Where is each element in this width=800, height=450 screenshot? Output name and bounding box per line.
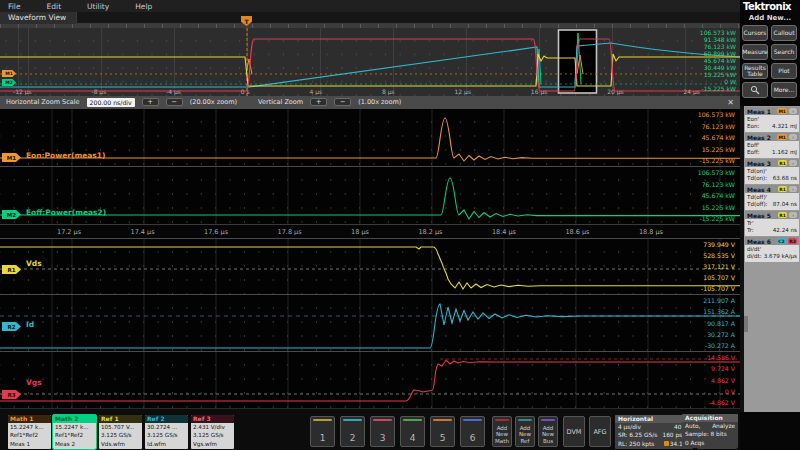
ref3-header: Ref 3 xyxy=(191,415,234,423)
hzoom-plus-button[interactable]: + xyxy=(142,98,159,106)
add-new-bus-button[interactable]: Add New Bus xyxy=(538,416,558,447)
id-zoom-trace xyxy=(0,304,740,348)
meas-value: 63.68 ns xyxy=(773,175,797,182)
math2-meas: Meas 2 xyxy=(53,440,96,448)
meas-card-2[interactable]: Meas 2 M1 › Eoff' Eoff:1.162 mJ xyxy=(745,133,799,158)
x-label: 17.8 µs xyxy=(278,228,302,236)
panel-vgs[interactable]: R3 Vgs 14.586 V9.724 V4.862 V0 V-4.862 V xyxy=(0,351,740,408)
meas-card-4[interactable]: Meas 4 R1 › Td(off)' Td(off):87.04 ns xyxy=(745,185,799,210)
x-label: 18.2 µs xyxy=(418,228,442,236)
sidebar-button[interactable]: Cursors xyxy=(742,25,768,41)
y-label: 739.949 V xyxy=(703,241,735,248)
overview-waveform-area[interactable]: M1 M2 106.573 kW91.348 kW76.123 kW60.899… xyxy=(0,28,740,96)
sidebar-button[interactable]: Plot xyxy=(771,63,797,79)
channel-1-button[interactable]: 1 xyxy=(310,416,335,447)
meas-key: di/dt: xyxy=(747,253,762,260)
sidebar-button[interactable]: Measure xyxy=(742,44,768,60)
meas-card-1[interactable]: Meas 1 M1 › Eon' Eon:4.321 mJ xyxy=(745,107,799,132)
ref3-scale: 2.431 V/div xyxy=(191,423,234,431)
vds-y-labels: 739.949 V528.535 V317.121 V105.707 V-105… xyxy=(701,241,735,292)
bottom-settings-bar: Math 1 15.2247 k... Ref1*Ref2 Meas 1 Mat… xyxy=(0,408,740,450)
y-label: -4.862 V xyxy=(709,399,735,406)
y-label: 4.862 V xyxy=(711,377,735,384)
y-label: 14.586 V xyxy=(707,354,735,361)
y-label: 76.123 kW xyxy=(702,181,735,188)
ref1-badge-card[interactable]: Ref 1 105.707 V... 3.125 GS/s Vds.wfm xyxy=(99,415,142,449)
math2-header: Math 2 xyxy=(53,415,96,423)
channel-4-button[interactable]: 4 xyxy=(400,416,425,447)
meas-expand-icon[interactable]: › xyxy=(789,160,797,166)
vds-zoom-trace xyxy=(0,247,740,289)
meas-name: Tr' xyxy=(747,220,753,227)
ref1-scale: 105.707 V... xyxy=(99,423,142,431)
meas-name: Td(on)' xyxy=(747,168,767,175)
eon-power-label: Eon:Power(meas1) xyxy=(26,151,105,160)
position-icon xyxy=(664,441,669,446)
meas-card-5[interactable]: Meas 5 R1 › Tr' Tr:42.24 ns xyxy=(745,211,799,236)
menu-item[interactable]: File xyxy=(8,2,21,11)
dvm-button[interactable]: DVM xyxy=(563,416,585,447)
meas-value: 1.162 mJ xyxy=(772,149,797,156)
menu-item[interactable]: Help xyxy=(135,2,152,11)
overview-x-label: 16 µs xyxy=(531,88,548,96)
sidebar-button[interactable]: Callout xyxy=(771,25,797,41)
ref1-header: Ref 1 xyxy=(99,415,142,423)
overview-y-label: -15.225 kW xyxy=(702,86,736,93)
main-x-labels: 17.2 µs17.4 µs17.6 µs17.8 µs18 µs18.2 µs… xyxy=(57,228,663,236)
panel-eon-power[interactable]: M1 Eon:Power(meas1) 106.573 kW76.123 kW4… xyxy=(0,108,740,166)
advanced-search-button[interactable] xyxy=(742,82,768,98)
y-label: -15.225 kW xyxy=(699,215,735,222)
panel-eoff-power[interactable]: M2 Eoff:Power(meas2) 106.573 kW76.123 kW… xyxy=(0,166,740,224)
channel-2-button[interactable]: 2 xyxy=(340,416,365,447)
meas-expand-icon[interactable]: › xyxy=(789,186,797,192)
meas-expand-icon[interactable]: › xyxy=(789,134,797,140)
oscilloscope-screen: FileEditUtilityHelp Waveform View T M1 M… xyxy=(0,0,800,450)
menu-item[interactable]: Utility xyxy=(87,2,109,11)
meas-source-badge: R1 xyxy=(778,212,787,218)
vds-label: Vds xyxy=(26,259,42,268)
hzoom-scale-value[interactable]: 200.00 ns/div xyxy=(87,98,135,107)
overview-x-label: -8 µs xyxy=(91,88,106,96)
add-new-ref-button[interactable]: Add New Ref xyxy=(515,416,535,447)
sidebar-button[interactable]: Search xyxy=(771,44,797,60)
vzoom-plus-button[interactable]: + xyxy=(310,98,327,106)
add-new-math-button[interactable]: Add New Math xyxy=(492,416,512,447)
x-label: 18.8 µs xyxy=(639,228,663,236)
tab-bar: Waveform View xyxy=(0,12,740,24)
zoom-close-icon[interactable]: ✕ xyxy=(727,98,734,107)
y-label: 528.535 V xyxy=(703,252,735,259)
meas-card-6[interactable]: Meas 6 C2 R3 di/dt' di/dt:3.679 kA/µs xyxy=(745,237,799,262)
acquisition-settings-box[interactable]: Acquisition Auto,Analyze Sample: 8 bits … xyxy=(682,414,738,448)
hzoom-minus-button[interactable]: − xyxy=(166,98,183,106)
meas-key: Tr: xyxy=(747,227,754,234)
menu-item[interactable]: Edit xyxy=(47,2,62,11)
vzoom-minus-button[interactable]: − xyxy=(334,98,351,106)
y-label: -15.225 kW xyxy=(699,157,735,164)
panel-vds[interactable]: R1 Vds 739.949 V528.535 V317.121 V105.70… xyxy=(0,238,740,294)
meas-expand-icon[interactable]: › xyxy=(789,212,797,218)
meas-name: Eon' xyxy=(747,116,759,123)
channel-3-button[interactable]: 3 xyxy=(370,416,395,447)
tab-waveform-view[interactable]: Waveform View xyxy=(0,12,77,24)
math1-meas: Meas 1 xyxy=(8,440,51,448)
afg-button[interactable]: AFG xyxy=(589,416,611,447)
math2-badge-card[interactable]: Math 2 15.2247 k... Ref1*Ref2 Meas 2 xyxy=(53,415,96,449)
overview-x-label: 12 µs xyxy=(455,88,472,96)
y-label: 45.674 kW xyxy=(702,192,735,199)
channel-5-button[interactable]: 5 xyxy=(430,416,455,447)
overview-x-axis-labels: -12 µs-8 µs-4 µs0 s4 µs8 µs12 µs16 µs20 … xyxy=(13,88,700,96)
panel-id[interactable]: R2 Id 211.907 A151.362 A90.817 A30.272 A… xyxy=(0,294,740,351)
meas-expand-icon[interactable]: › xyxy=(789,108,797,114)
math1-badge-card[interactable]: Math 1 15.2247 k... Ref1*Ref2 Meas 1 xyxy=(8,415,51,449)
ref2-badge-card[interactable]: Ref 2 30.2724 ... 3.125 GS/s Id.wfm xyxy=(145,415,188,449)
meas-source-badge: R1 xyxy=(778,160,787,166)
channel-6-button[interactable]: 6 xyxy=(460,416,485,447)
meas-card-3[interactable]: Meas 3 R1 › Td(on)' Td(on):63.68 ns xyxy=(745,159,799,184)
ref3-badge-card[interactable]: Ref 3 2.431 V/div 3.125 GS/s Vgs.wfm xyxy=(191,415,234,449)
more-button[interactable]: More... xyxy=(771,82,797,98)
y-label: 15.225 kW xyxy=(702,146,735,153)
ref2-samplerate: 3.125 GS/s xyxy=(145,431,188,439)
ref2-filename: Id.wfm xyxy=(145,440,188,448)
y-label: 30.272 A xyxy=(707,331,735,338)
sidebar-button[interactable]: Results Table xyxy=(742,63,768,79)
